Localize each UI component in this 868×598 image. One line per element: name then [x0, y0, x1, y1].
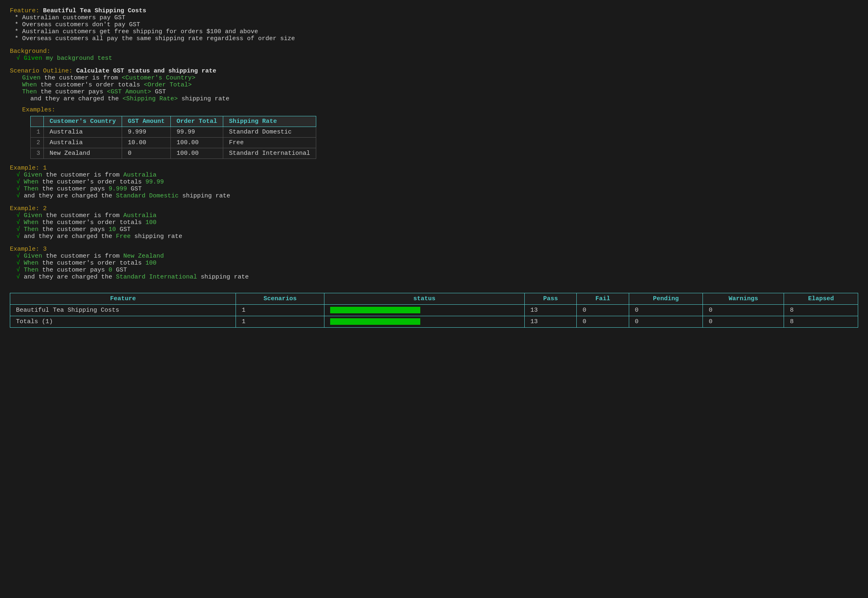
row-2-num: 2: [31, 138, 44, 148]
col-country: Customer's Country: [44, 116, 122, 127]
scenario-section: Scenario Outline: Calculate GST status a…: [10, 68, 858, 102]
summary-col-feature: Feature: [10, 293, 236, 305]
summary-row-1-elapsed: 8: [784, 305, 858, 316]
summary-row-2-scenarios: 1: [236, 316, 324, 328]
row-2-gst: 10.00: [122, 138, 171, 148]
scenario-step-2: Then the customer pays <GST Amount> GST: [22, 88, 858, 95]
example-3-step-1: √ When the customer's order totals 100: [16, 260, 858, 267]
summary-row-2-pass: 13: [524, 316, 577, 328]
summary-col-status: status: [324, 293, 524, 305]
summary-row-1-fail: 0: [577, 305, 629, 316]
bullet-1: * Australian customers pay GST: [15, 14, 858, 21]
example-3-step-0: √ Given the customer is from New Zealand: [16, 253, 858, 260]
row-1-num: 1: [31, 127, 44, 138]
background-section: Background: √ Given my background test: [10, 48, 858, 62]
feature-header: Feature: Beautiful Tea Shipping Costs: [10, 7, 858, 14]
col-shipping: Shipping Rate: [223, 116, 316, 127]
table-row: 1 Australia 9.999 99.99 Standard Domesti…: [31, 127, 316, 138]
example-2-step-0: √ Given the customer is from Australia: [16, 212, 858, 219]
progress-bar-1: [330, 307, 420, 313]
summary-col-scenarios: Scenarios: [236, 293, 324, 305]
example-2-label: Example: 2: [10, 205, 858, 212]
summary-row-1-scenarios: 1: [236, 305, 324, 316]
feature-label: Feature:: [10, 7, 39, 14]
example-3-step-2: √ Then the customer pays 0 GST: [16, 267, 858, 274]
row-1-country: Australia: [44, 127, 122, 138]
summary-col-elapsed: Elapsed: [784, 293, 858, 305]
scenario-step-0: Given the customer is from <Customer's C…: [22, 75, 858, 82]
background-label: Background:: [10, 48, 858, 55]
summary-header-row: Feature Scenarios status Pass Fail Pendi…: [10, 293, 858, 305]
example-2-section: Example: 2 √ Given the customer is from …: [10, 205, 858, 240]
example-2-step-3: √ and they are charged the Free shipping…: [16, 233, 858, 240]
row-2-order: 100.00: [171, 138, 223, 148]
example-3-step-3: √ and they are charged the Standard Inte…: [16, 274, 858, 281]
summary-row-2-status: [324, 316, 524, 328]
examples-table-header: Customer's Country GST Amount Order Tota…: [31, 116, 316, 127]
summary-col-warnings: Warnings: [703, 293, 784, 305]
summary-col-fail: Fail: [577, 293, 629, 305]
feature-title-text: Beautiful Tea Shipping Costs: [43, 7, 146, 14]
summary-row-2-pending: 0: [629, 316, 703, 328]
examples-label: Examples:: [22, 106, 858, 113]
example-1-step-0: √ Given the customer is from Australia: [16, 172, 858, 179]
feature-section: Feature: Beautiful Tea Shipping Costs * …: [10, 7, 858, 42]
example-3-label: Example: 3: [10, 246, 858, 253]
row-1-gst: 9.999: [122, 127, 171, 138]
row-2-country: Australia: [44, 138, 122, 148]
col-num: [31, 116, 44, 127]
bullet-4: * Overseas customers all pay the same sh…: [15, 35, 858, 42]
scenario-title-text: Calculate GST status and shipping rate: [76, 68, 216, 75]
scenario-step-1: When the customer's order totals <Order …: [22, 82, 858, 88]
summary-col-pending: Pending: [629, 293, 703, 305]
bullet-2: * Overseas customers don't pay GST: [15, 21, 858, 28]
summary-row-1-status: [324, 305, 524, 316]
col-order: Order Total: [171, 116, 223, 127]
summary-table: Feature Scenarios status Pass Fail Pendi…: [10, 293, 858, 328]
summary-col-pass: Pass: [524, 293, 577, 305]
summary-row-1-pending: 0: [629, 305, 703, 316]
progress-bar-2: [330, 318, 420, 325]
summary-row-2-feature: Totals (1): [10, 316, 236, 328]
table-row: 2 Australia 10.00 100.00 Free: [31, 138, 316, 148]
example-1-step-2: √ Then the customer pays 9.999 GST: [16, 186, 858, 193]
example-2-step-2: √ Then the customer pays 10 GST: [16, 226, 858, 233]
row-3-num: 3: [31, 148, 44, 159]
scenario-step-3: and they are charged the <Shipping Rate>…: [30, 95, 858, 102]
row-3-order: 100.00: [171, 148, 223, 159]
example-1-label: Example: 1: [10, 165, 858, 172]
summary-row-1-pass: 13: [524, 305, 577, 316]
row-1-shipping: Standard Domestic: [223, 127, 316, 138]
bullet-3: * Australian customers get free shipping…: [15, 28, 858, 35]
summary-row-2-warnings: 0: [703, 316, 784, 328]
example-2-step-1: √ When the customer's order totals 100: [16, 219, 858, 226]
background-step-text: my background test: [46, 55, 112, 62]
example-1-step-1: √ When the customer's order totals 99.99: [16, 179, 858, 186]
summary-row-2: Totals (1) 1 13 0 0 0 8: [10, 316, 858, 328]
summary-row-1: Beautiful Tea Shipping Costs 1 13 0 0 0 …: [10, 305, 858, 316]
summary-section: Feature Scenarios status Pass Fail Pendi…: [10, 293, 858, 328]
summary-row-2-elapsed: 8: [784, 316, 858, 328]
row-3-shipping: Standard International: [223, 148, 316, 159]
row-3-gst: 0: [122, 148, 171, 159]
example-1-section: Example: 1 √ Given the customer is from …: [10, 165, 858, 199]
summary-row-1-warnings: 0: [703, 305, 784, 316]
summary-row-2-fail: 0: [577, 316, 629, 328]
example-3-section: Example: 3 √ Given the customer is from …: [10, 246, 858, 281]
row-2-shipping: Free: [223, 138, 316, 148]
scenario-header: Scenario Outline: Calculate GST status a…: [10, 68, 858, 75]
background-step: √ Given my background test: [16, 55, 858, 62]
col-gst: GST Amount: [122, 116, 171, 127]
examples-table-wrapper: Customer's Country GST Amount Order Tota…: [30, 116, 858, 159]
summary-row-1-feature: Beautiful Tea Shipping Costs: [10, 305, 236, 316]
table-row: 3 New Zealand 0 100.00 Standard Internat…: [31, 148, 316, 159]
row-3-country: New Zealand: [44, 148, 122, 159]
row-1-order: 99.99: [171, 127, 223, 138]
example-1-step-3: √ and they are charged the Standard Dome…: [16, 193, 858, 199]
examples-table: Customer's Country GST Amount Order Tota…: [30, 116, 316, 159]
